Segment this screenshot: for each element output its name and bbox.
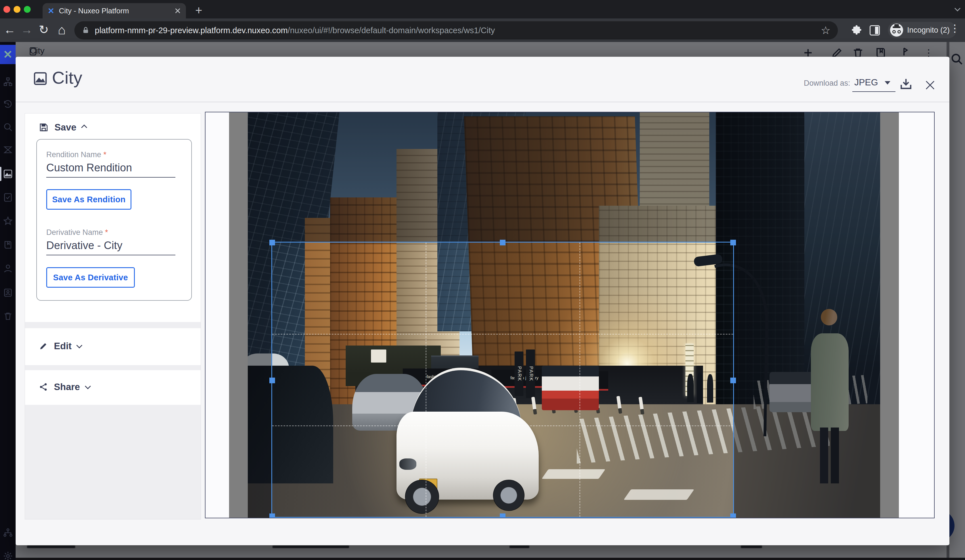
edit-section: Edit xyxy=(25,328,201,365)
tab-overflow-chevron-icon[interactable] xyxy=(955,6,960,11)
sidebar-profile-icon[interactable] xyxy=(3,263,13,273)
derivative-input-underline xyxy=(46,255,175,255)
app-sidebar: ✕ xyxy=(0,42,16,560)
edit-pencil-icon xyxy=(39,341,48,351)
crop-handle-sw[interactable] xyxy=(269,513,275,518)
new-tab-button[interactable]: + xyxy=(195,3,202,18)
sidebar-search-icon[interactable] xyxy=(3,122,13,132)
crop-handle-nw[interactable] xyxy=(269,240,275,245)
url-bar[interactable]: platform-nmm-pr-29-preview.platform.dev.… xyxy=(74,21,838,39)
sidebar-favorites-icon[interactable] xyxy=(3,216,13,226)
screen: ✕ City - Nuxeo Platform + ← → ↻ ⌂ platfo… xyxy=(0,0,965,560)
save-floppy-icon xyxy=(39,122,49,132)
required-asterisk: * xyxy=(103,150,106,159)
save-section-label: Save xyxy=(54,122,76,133)
sidebar-admin-icon[interactable] xyxy=(3,287,13,297)
save-as-derivative-button[interactable]: Save As Derivative xyxy=(46,267,135,288)
home-button[interactable]: ⌂ xyxy=(54,18,70,42)
incognito-label: Incognito (2) xyxy=(907,26,950,34)
woman-green-coat xyxy=(809,309,851,483)
rendition-input-underline xyxy=(46,177,175,178)
extensions-puzzle-icon[interactable] xyxy=(851,24,862,36)
back-button[interactable]: ← xyxy=(2,18,18,42)
download-format-select[interactable]: JPEG xyxy=(854,77,878,88)
crop-selection[interactable] xyxy=(272,242,734,518)
sidebar-tasks-icon[interactable] xyxy=(3,145,13,155)
sidebar-assets-icon[interactable] xyxy=(3,169,13,179)
edit-section-header[interactable]: Edit xyxy=(39,341,82,351)
forward-button[interactable]: → xyxy=(19,18,34,42)
rendition-name-label: Rendition Name * xyxy=(46,150,106,159)
window-close-button[interactable] xyxy=(3,6,10,13)
incognito-icon xyxy=(890,24,903,37)
modal-close-icon[interactable] xyxy=(924,80,936,91)
sidebar-active-indicator xyxy=(0,167,2,181)
woman-head xyxy=(821,309,837,325)
photo-city-street: fashion jewelry fashion jewelry fashion … xyxy=(248,112,880,518)
sidebar-browse-icon[interactable] xyxy=(3,77,13,87)
woman-legs xyxy=(831,428,839,483)
crop-handle-s[interactable] xyxy=(500,513,505,518)
image-editor-modal: City Download as: JPEG Save xyxy=(16,57,949,545)
side-panel-icon[interactable] xyxy=(870,25,880,36)
rendition-name-input[interactable]: Custom Rendition xyxy=(46,162,132,174)
sidebar-workflow-icon[interactable] xyxy=(3,192,13,202)
url-domain: platform-nmm-pr-29-preview.platform.dev.… xyxy=(95,26,288,35)
derivative-name-input[interactable]: Derivative - City xyxy=(46,240,122,251)
bookmark-star-icon[interactable]: ☆ xyxy=(821,24,831,37)
download-as-label: Download as: xyxy=(804,79,851,88)
crop-handle-w[interactable] xyxy=(269,377,275,383)
share-icon xyxy=(39,382,48,392)
share-section-label: Share xyxy=(54,382,80,392)
crop-canvas: fashion jewelry fashion jewelry fashion … xyxy=(229,112,899,518)
sidebar-recents-icon[interactable] xyxy=(3,99,13,109)
derivative-name-label: Derivative Name * xyxy=(46,228,108,237)
dropdown-caret-icon[interactable] xyxy=(885,81,890,85)
reload-button[interactable]: ↻ xyxy=(36,18,52,42)
sidebar-trash-icon[interactable] xyxy=(3,311,13,321)
browser-toolbar: ← → ↻ ⌂ platform-nmm-pr-29-preview.platf… xyxy=(0,18,965,42)
share-section-header[interactable]: Share xyxy=(39,382,90,392)
modal-title: City xyxy=(52,67,82,88)
save-section: Save Rendition Name * Custom Rendition S… xyxy=(25,113,201,322)
tab-title: City - Nuxeo Platform xyxy=(59,7,175,15)
lock-icon xyxy=(82,26,90,35)
nuxeo-favicon-icon: ✕ xyxy=(48,6,54,16)
save-as-rendition-button[interactable]: Save As Rendition xyxy=(46,189,131,210)
url-path: /nuxeo/ui/#!/browse/default-domain/works… xyxy=(288,26,495,35)
crop-guide-vertical xyxy=(579,243,580,517)
woman-coat xyxy=(811,333,849,431)
share-section: Share xyxy=(25,370,201,405)
required-asterisk: * xyxy=(105,228,108,237)
crop-handle-se[interactable] xyxy=(730,513,736,518)
sidebar-settings-gear-icon[interactable] xyxy=(3,551,13,560)
sidebar-org-icon[interactable] xyxy=(3,528,13,538)
save-card: Rendition Name * Custom Rendition Save A… xyxy=(36,139,192,301)
browser-tab-strip: ✕ City - Nuxeo Platform + xyxy=(0,0,965,18)
incognito-badge: Incognito (2) xyxy=(888,22,957,38)
image-viewer: fashion jewelry fashion jewelry fashion … xyxy=(205,112,935,518)
edit-section-label: Edit xyxy=(54,341,72,351)
nuxeo-logo[interactable]: ✕ xyxy=(0,45,16,64)
browser-tab-city[interactable]: ✕ City - Nuxeo Platform xyxy=(43,3,186,18)
editor-side-panel: Save Rendition Name * Custom Rendition S… xyxy=(25,113,201,519)
crop-handle-e[interactable] xyxy=(730,377,736,383)
window-minimize-button[interactable] xyxy=(14,6,20,13)
sidebar-collections-icon[interactable] xyxy=(3,240,13,250)
save-section-header[interactable]: Save xyxy=(39,122,86,133)
tab-close-icon[interactable] xyxy=(175,8,181,14)
download-format-underline xyxy=(852,91,895,92)
crop-handle-ne[interactable] xyxy=(730,240,736,245)
header-divider xyxy=(16,101,949,103)
crop-guide-horizontal xyxy=(272,426,733,426)
crop-guide-vertical xyxy=(426,243,426,517)
crop-handle-n[interactable] xyxy=(500,240,505,245)
image-icon xyxy=(33,71,48,86)
download-icon[interactable] xyxy=(899,77,913,91)
page-content: City ⋮ ✕ xyxy=(0,42,965,560)
window-maximize-button[interactable] xyxy=(24,6,31,13)
browser-menu-icon[interactable]: ⋮ xyxy=(950,23,960,34)
crop-guide-horizontal xyxy=(272,334,733,335)
woman-legs xyxy=(820,428,828,483)
